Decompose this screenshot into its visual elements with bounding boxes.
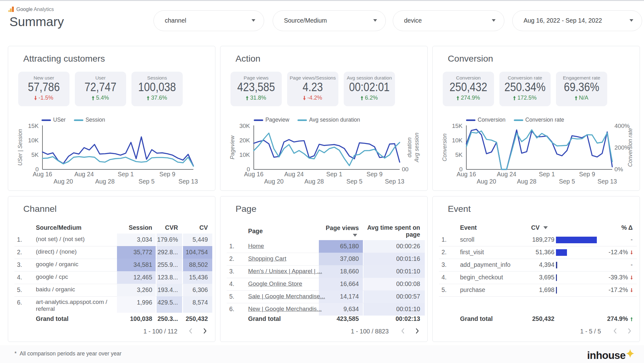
svg-text:Sep 1: Sep 1 — [118, 171, 134, 178]
svg-text:duration: duration — [406, 137, 413, 157]
svg-text:Sep 13: Sep 13 — [385, 178, 404, 185]
svg-text:Aug 16: Aug 16 — [244, 171, 264, 178]
svg-text:Sep 1: Sep 1 — [539, 171, 555, 178]
svg-text:15K: 15K — [28, 123, 39, 129]
svg-text:20K: 20K — [239, 137, 250, 144]
svg-text:15K: 15K — [452, 123, 463, 129]
svg-text:Aug 20: Aug 20 — [53, 178, 73, 185]
svg-text:10K: 10K — [452, 137, 463, 144]
svg-text:Sep 9: Sep 9 — [367, 171, 383, 178]
svg-text:Conversion rate: Conversion rate — [627, 128, 633, 167]
svg-text:Sep 5: Sep 5 — [139, 178, 155, 185]
svg-text:Sep 13: Sep 13 — [178, 178, 198, 185]
svg-text:Aug 16: Aug 16 — [457, 171, 476, 178]
svg-text:Aug 16: Aug 16 — [33, 171, 52, 178]
svg-text:USer | Session: USer | Session — [17, 129, 23, 166]
svg-text:5K: 5K — [455, 151, 463, 158]
svg-text:Aug 24: Aug 24 — [497, 171, 516, 178]
svg-text:Sep 9: Sep 9 — [579, 171, 595, 178]
svg-text:10K: 10K — [28, 137, 39, 144]
svg-text:Sep 5: Sep 5 — [347, 178, 363, 185]
svg-text:Sep 13: Sep 13 — [597, 178, 617, 185]
svg-text:Avg session: Avg session — [414, 133, 420, 162]
svg-text:Conversion: Conversion — [441, 134, 448, 162]
svg-text:Aug 24: Aug 24 — [284, 171, 304, 178]
svg-text:Sep 9: Sep 9 — [159, 171, 175, 178]
svg-text:Aug 24: Aug 24 — [74, 171, 94, 178]
svg-text:30K: 30K — [239, 123, 250, 129]
svg-text:Aug 20: Aug 20 — [264, 178, 284, 185]
svg-text:Aug 28: Aug 28 — [517, 178, 536, 185]
svg-text:Pageview: Pageview — [229, 135, 236, 159]
svg-text:10K: 10K — [239, 151, 250, 158]
svg-text:Aug 28: Aug 28 — [95, 178, 115, 185]
svg-text:Aug 28: Aug 28 — [304, 178, 324, 185]
svg-text:Sep 1: Sep 1 — [326, 171, 342, 178]
svg-text:00: 00 — [402, 166, 408, 173]
svg-text:0%: 0% — [614, 166, 623, 173]
svg-text:Aug 20: Aug 20 — [477, 178, 496, 185]
svg-text:5K: 5K — [31, 151, 39, 158]
svg-text:Sep 5: Sep 5 — [559, 178, 575, 185]
